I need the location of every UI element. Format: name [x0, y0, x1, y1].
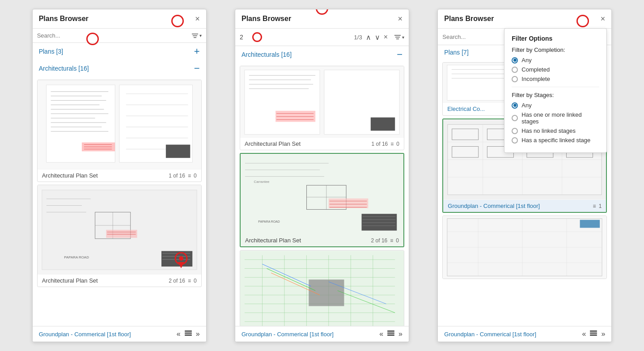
plan-card-footer-1-2: Architectural Plan Set 2 of 16 ≡ 0 [38, 275, 201, 287]
panel-title-1: Plans Browser [39, 15, 89, 23]
section-arch-1[interactable]: Architecturals [16] − [33, 60, 206, 77]
nav-next-2[interactable]: » [398, 330, 402, 338]
plan-card-2-1[interactable]: Architectural Plan Set 1 of 16 ≡ 0 [240, 66, 404, 150]
radio-stages-specific[interactable] [512, 137, 518, 144]
bottom-label-3: Groundplan - Commerical [1st floor] [444, 331, 536, 338]
section-arch-2[interactable]: Architecturals [16] − [235, 46, 409, 63]
section-plans-1[interactable]: Plans [3] + [33, 43, 206, 60]
search-number-2: 2 [240, 34, 249, 41]
filter-completion-completed[interactable]: Completed [512, 66, 599, 73]
list-icon-2-2: ≡ [390, 237, 393, 244]
svg-rect-35 [106, 230, 137, 238]
svg-rect-104 [387, 333, 394, 334]
panel-body-1: Plans [3] + Architecturals [16] − [33, 43, 206, 326]
section-arch-title-1: Architecturals [16] [39, 65, 89, 72]
filter-button-1[interactable]: ▾ [191, 33, 202, 39]
plan-card-name-2-2: Architectural Plan Set [245, 237, 301, 244]
svg-rect-142 [590, 334, 597, 336]
svg-text:PAPARA    ROAD: PAPARA ROAD [258, 220, 280, 223]
plan-card-thumb-1-1 [38, 80, 201, 169]
close-search-2[interactable]: × [384, 33, 388, 41]
section-plans-toggle-1[interactable]: + [194, 47, 200, 56]
search-input-1[interactable] [37, 32, 189, 39]
filter-completion-any[interactable]: Any [512, 57, 599, 63]
filter-divider-3 [512, 87, 599, 87]
nav-icons-2: « » [379, 330, 402, 338]
nav-prev-3[interactable]: « [582, 330, 586, 338]
plan-count-2-1: 1 of 16 [372, 141, 388, 147]
panel-1: Plans Browser × ▾ Plans [3] + Architectu… [32, 9, 207, 342]
svg-rect-63 [371, 118, 395, 131]
filter-completion-label-3: Filter by Completion: [512, 47, 599, 53]
plan-card-2-3[interactable] [240, 250, 404, 326]
plan-card-meta-1-1: 1 of 16 ≡ 0 [169, 173, 196, 179]
filter-stages-any[interactable]: Any [512, 102, 599, 109]
plan-card-count-1-1: 1 of 16 [169, 173, 185, 179]
radio-completion-completed-label: Completed [521, 66, 550, 73]
svg-marker-44 [178, 262, 184, 268]
svg-point-45 [179, 256, 183, 261]
nav-stack-2[interactable] [387, 330, 395, 338]
plan-card-1-2[interactable]: PAPARA ROAD Architectur [37, 185, 202, 287]
svg-rect-47 [185, 333, 192, 334]
filter-stages-one-or-more[interactable]: Has one or more linked stages [512, 111, 599, 125]
plan-card-2-2[interactable]: Carrantee PAPARA ROAD [240, 153, 404, 247]
section-plans-title-1: Plans [3] [39, 48, 63, 55]
radio-stages-none-label: Has no linked stages [521, 127, 576, 134]
svg-rect-97 [309, 279, 344, 306]
plan-card-name-2-1: Architectural Plan Set [245, 140, 301, 147]
plan-card-meta-2-2: 2 of 16 ≡ 0 [371, 237, 399, 244]
annotation-circle-search-2 [252, 32, 262, 42]
nav-stack-1[interactable] [184, 330, 192, 338]
section-arch-toggle-2[interactable]: − [397, 50, 402, 59]
filter-stages-label-3: Filter by Stages: [512, 92, 599, 98]
list-count-1-1: 0 [194, 173, 197, 179]
radio-stages-none[interactable] [512, 128, 518, 134]
plan-card-thumb-3-3 [443, 216, 606, 279]
plan-card-footer-3-2: Groundplan - Commerical [1st floor] ≡ 1 [443, 200, 606, 212]
svg-rect-26 [166, 145, 190, 158]
plan-card-name-3-2: Groundplan - Commerical [1st floor] [448, 203, 540, 209]
filter-icon-label-1: ▾ [199, 33, 202, 38]
section-arch-toggle-1[interactable]: − [194, 63, 200, 73]
close-button-1[interactable]: × [195, 15, 200, 23]
nav-icons-3: « » [582, 330, 606, 338]
plan-card-3-3[interactable] [442, 216, 607, 279]
bottom-label-1: Groundplan - Commerical [1st floor] [39, 331, 131, 338]
section-plans-title-3: Plans [7] [444, 49, 468, 56]
plan-count-2-2: 2 of 16 [371, 237, 388, 244]
plan-card-1-1[interactable]: Architectural Plan Set 1 of 16 ≡ 0 [37, 80, 202, 182]
radio-completion-any-label: Any [521, 57, 531, 63]
svg-rect-72 [329, 199, 369, 208]
plan-card-name-1-2: Architectural Plan Set [42, 277, 98, 284]
plan-card-thumb-2-3 [240, 250, 404, 326]
bottom-label-2: Groundplan - Commerical [1st floor] [242, 331, 334, 338]
plan-card-meta-2-1: 1 of 16 ≡ 0 [372, 141, 399, 147]
svg-rect-46 [185, 330, 192, 332]
nav-prev-2[interactable]: « [379, 330, 383, 338]
nav-next-3[interactable]: » [601, 330, 605, 338]
nav-prev-1[interactable]: « [177, 330, 181, 338]
radio-completion-incomplete-label: Incomplete [521, 76, 550, 82]
radio-stages-one-or-more[interactable] [512, 115, 518, 121]
radio-stages-any[interactable] [512, 102, 518, 109]
close-button-3[interactable]: × [601, 15, 606, 23]
panel-2: Plans Browser × 2 1/3 ∧ ∨ × ▾ Architectu… [235, 9, 409, 342]
nav-up-2[interactable]: ∧ [366, 33, 371, 42]
annotation-pin-1 [174, 252, 188, 270]
panel-title-3: Plans Browser [444, 15, 494, 23]
nav-stack-3[interactable] [589, 330, 597, 338]
filter-button-2[interactable]: ▾ [394, 34, 404, 40]
radio-completion-any[interactable] [512, 57, 518, 63]
filter-completion-incomplete[interactable]: Incomplete [512, 76, 599, 82]
radio-completion-incomplete[interactable] [512, 76, 518, 82]
close-button-2[interactable]: × [398, 15, 402, 23]
filter-stages-specific[interactable]: Has a specific linked stage [512, 137, 599, 144]
filter-stages-none[interactable]: Has no linked stages [512, 127, 599, 134]
plan-card-name-1-1: Architectural Plan Set [42, 172, 98, 179]
svg-rect-140 [590, 330, 597, 332]
svg-text:PAPARA    ROAD: PAPARA ROAD [64, 255, 89, 259]
nav-down-2[interactable]: ∨ [375, 33, 380, 42]
radio-completion-completed[interactable] [512, 67, 518, 73]
nav-next-1[interactable]: » [196, 330, 200, 338]
